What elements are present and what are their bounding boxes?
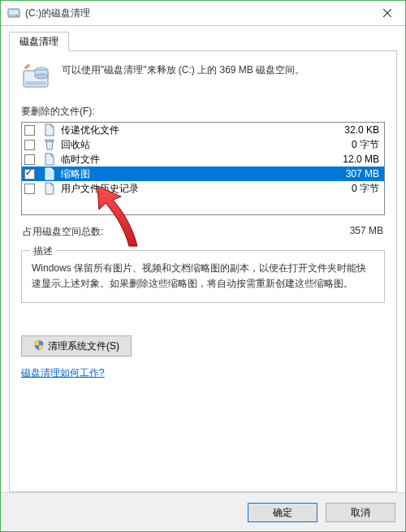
- file-checkbox[interactable]: [24, 125, 35, 136]
- file-list-item[interactable]: 回收站0 字节: [22, 137, 384, 152]
- tab-disk-cleanup[interactable]: 磁盘清理: [9, 32, 69, 51]
- description-groupbox: 描述 Windows 保留所有图片、视频和文档缩略图的副本，以便在打开文件夹时能…: [21, 250, 385, 303]
- recycle-icon: [43, 138, 56, 151]
- tabstrip: 磁盘清理: [9, 31, 397, 51]
- drive-icon: [7, 6, 20, 19]
- ok-button[interactable]: 确定: [248, 503, 317, 522]
- sysfiles-button-label: 清理系统文件(S): [48, 340, 119, 353]
- window-title: (C:)的磁盘清理: [25, 6, 369, 20]
- close-icon: [383, 9, 391, 17]
- svg-rect-10: [45, 140, 54, 141]
- file-name: 缩略图: [61, 167, 322, 181]
- file-size: 32.0 KB: [322, 124, 379, 136]
- file-checkbox[interactable]: [24, 154, 35, 165]
- total-label: 占用磁盘空间总数:: [23, 225, 103, 239]
- info-row: 可以使用"磁盘清理"来释放 (C:) 上的 369 MB 磁盘空间。: [21, 63, 385, 92]
- file-size: 0 字节: [322, 182, 379, 196]
- file-icon: [43, 123, 56, 136]
- file-name: 临时文件: [61, 153, 322, 167]
- window: (C:)的磁盘清理 磁盘清理: [0, 0, 406, 532]
- tab-panel: 可以使用"磁盘清理"来释放 (C:) 上的 369 MB 磁盘空间。 要删除的文…: [9, 50, 397, 492]
- titlebar: (C:)的磁盘清理: [1, 1, 405, 26]
- file-list-item[interactable]: 用户文件历史记录0 字节: [22, 181, 384, 196]
- file-list[interactable]: 传递优化文件32.0 KB回收站0 字节临时文件12.0 MB缩略图307 MB…: [21, 122, 385, 215]
- file-name: 用户文件历史记录: [61, 182, 322, 196]
- button-bar: 确定 取消: [1, 492, 405, 531]
- total-row: 占用磁盘空间总数: 357 MB: [21, 225, 385, 239]
- file-size: 0 字节: [322, 138, 379, 152]
- client-area: 磁盘清理 可以使用"磁盘清理"来释放 (C:) 上的 369 MB 磁盘空间。 …: [1, 26, 405, 492]
- clean-system-files-button[interactable]: 清理系统文件(S): [21, 335, 132, 357]
- close-button[interactable]: [369, 1, 405, 25]
- sysfiles-row: 清理系统文件(S): [21, 335, 385, 357]
- file-checkbox[interactable]: [24, 169, 35, 179]
- disk-cleanup-icon: [21, 63, 50, 92]
- file-icon: [43, 153, 56, 166]
- files-to-delete-label: 要删除的文件(F):: [21, 105, 385, 119]
- description-text: Windows 保留所有图片、视频和文档缩略图的副本，以便在打开文件夹时能快速显…: [32, 261, 374, 291]
- help-link[interactable]: 磁盘清理如何工作?: [21, 366, 105, 380]
- info-message: 可以使用"磁盘清理"来释放 (C:) 上的 369 MB 磁盘空间。: [62, 63, 304, 77]
- file-checkbox[interactable]: [24, 140, 35, 150]
- file-list-item[interactable]: 缩略图307 MB: [22, 167, 384, 181]
- file-checkbox[interactable]: [24, 184, 35, 194]
- svg-point-2: [16, 15, 18, 16]
- file-name: 回收站: [61, 138, 322, 152]
- total-size: 357 MB: [350, 225, 383, 239]
- file-list-item[interactable]: 传递优化文件32.0 KB: [22, 123, 384, 137]
- description-legend: 描述: [30, 244, 56, 258]
- shield-icon: [33, 340, 45, 353]
- file-icon: [43, 167, 56, 180]
- file-size: 12.0 MB: [322, 154, 379, 165]
- svg-point-9: [35, 74, 48, 79]
- file-icon: [43, 182, 56, 195]
- file-list-item[interactable]: 临时文件12.0 MB: [22, 152, 384, 167]
- file-size: 307 MB: [322, 168, 379, 179]
- file-name: 传递优化文件: [61, 123, 322, 137]
- cancel-button[interactable]: 取消: [326, 503, 395, 522]
- svg-rect-6: [25, 81, 46, 85]
